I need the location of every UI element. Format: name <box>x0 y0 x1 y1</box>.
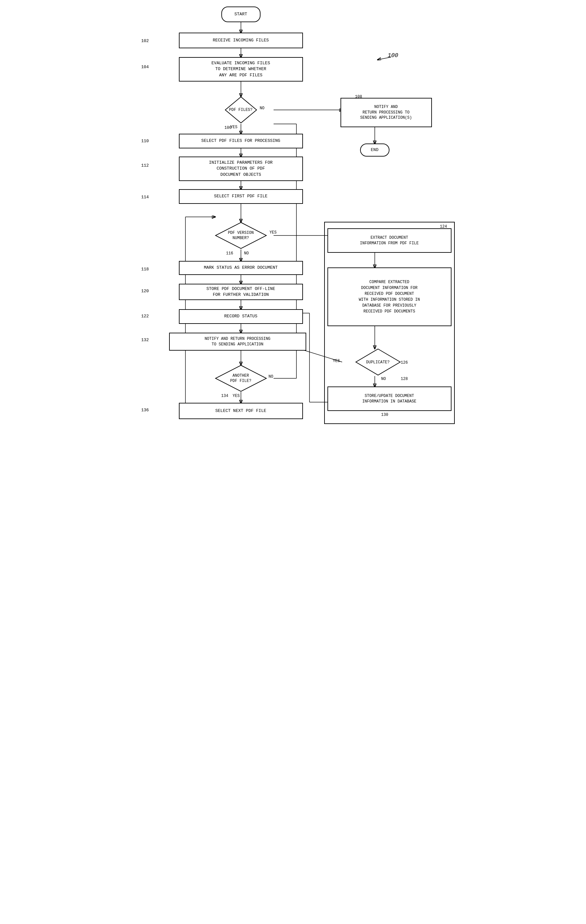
node-120-label: STORE PDF DOCUMENT OFF-LINE FOR FURTHER … <box>206 286 275 298</box>
node-126-label: DUPLICATE? <box>355 348 401 376</box>
node-108: NOTIFY AND RETURN PROCESSING TO SENDING … <box>341 98 432 127</box>
label-116-yes: YES <box>270 230 277 235</box>
node-136-label: SELECT NEXT PDF FILE <box>215 408 266 414</box>
start-label: START <box>234 12 247 17</box>
label-136: 136 <box>141 408 149 412</box>
svg-line-30 <box>378 57 391 60</box>
node-116-label: PDF VERSIONNUMBER? <box>215 222 267 249</box>
node-110-label: SELECT PDF FILES FOR PROCESSING <box>202 138 280 144</box>
label-134b: 134 <box>221 394 228 398</box>
node-133-label: ANOTHERPDF FILE? <box>215 365 267 393</box>
node-110: SELECT PDF FILES FOR PROCESSING <box>179 134 303 148</box>
label-106-yes: YES <box>230 125 238 129</box>
label-106-no: NO <box>260 106 265 111</box>
node-122: RECORD STATUS <box>179 309 303 324</box>
end-label: END <box>371 147 378 153</box>
node-104-label: EVALUATE INCOMING FILES TO DETERMINE WHE… <box>212 60 270 78</box>
label-133-yes: YES <box>233 394 240 398</box>
node-136: SELECT NEXT PDF FILE <box>179 403 303 419</box>
label-102: 102 <box>141 38 149 43</box>
label-110: 110 <box>141 139 149 144</box>
node-132-label: NOTIFY AND RETURN PROCESSING TO SENDING … <box>205 336 271 347</box>
node-106-label: PDF FILES? <box>225 96 257 124</box>
node-102-label: RECEIVE INCOMING FILES <box>213 38 269 43</box>
node-114: SELECT FIRST PDF FILE <box>179 189 303 204</box>
label-114: 114 <box>141 195 149 200</box>
label-116: 116 <box>226 251 233 256</box>
label-126: 126 <box>401 360 408 365</box>
label-118: 118 <box>141 267 149 272</box>
start-node: START <box>221 7 260 22</box>
label-122: 122 <box>141 314 149 318</box>
node-102: RECEIVE INCOMING FILES <box>179 33 303 48</box>
node-132: NOTIFY AND RETURN PROCESSING TO SENDING … <box>169 333 306 351</box>
label-128: 128 <box>401 377 408 381</box>
node-120: STORE PDF DOCUMENT OFF-LINE FOR FURTHER … <box>179 284 303 300</box>
label-130: 130 <box>381 412 389 417</box>
label-104: 104 <box>141 64 149 69</box>
node-118: MARK STATUS AS ERROR DOCUMENT <box>179 261 303 275</box>
end-node: END <box>360 144 389 157</box>
node-108-label: NOTIFY AND RETURN PROCESSING TO SENDING … <box>360 104 412 120</box>
node-122-label: RECORD STATUS <box>224 314 257 319</box>
node-124-label: EXTRACT DOCUMENT INFORMATION FROM PDF FI… <box>360 235 419 246</box>
node-124: EXTRACT DOCUMENT INFORMATION FROM PDF FI… <box>328 228 452 253</box>
node-112: INITIALIZE PARAMETERS FOR CONSTRUCTION O… <box>179 157 303 181</box>
node-118-label: MARK STATUS AS ERROR DOCUMENT <box>204 265 278 271</box>
node-112-label: INITIALIZE PARAMETERS FOR CONSTRUCTION O… <box>209 160 273 178</box>
label-126-yes: YES <box>333 359 340 363</box>
label-112: 112 <box>141 163 149 168</box>
label-120: 120 <box>141 289 149 294</box>
node-compare-label: COMPARE EXTRACTED DOCUMENT INFORMATION F… <box>359 279 420 314</box>
label-126-no: NO <box>381 377 386 381</box>
node-128-label: STORE/UPDATE DOCUMENT INFORMATION IN DAT… <box>363 393 417 404</box>
node-114-label: SELECT FIRST PDF FILE <box>214 193 268 199</box>
node-compare: COMPARE EXTRACTED DOCUMENT INFORMATION F… <box>328 267 452 326</box>
label-133-no: NO <box>269 375 273 379</box>
label-132: 132 <box>141 338 149 342</box>
node-128: STORE/UPDATE DOCUMENT INFORMATION IN DAT… <box>328 386 452 411</box>
node-104: EVALUATE INCOMING FILES TO DETERMINE WHE… <box>179 57 303 81</box>
label-116-no: NO <box>244 251 249 256</box>
